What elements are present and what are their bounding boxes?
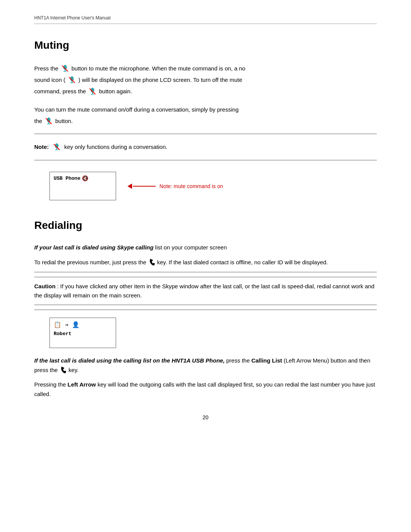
skype-heading-normal: list on your computer screen bbox=[155, 244, 227, 251]
usb-phone-heading: If the last call is dialed using the cal… bbox=[34, 356, 377, 375]
svg-rect-2 bbox=[63, 71, 67, 72]
note-label: Note: bbox=[34, 144, 49, 150]
muting-para3-before: command, press the bbox=[34, 88, 86, 94]
divider-4 bbox=[34, 310, 377, 310]
skype-heading-bold: If your last call is dialed using Skype … bbox=[34, 244, 153, 251]
muting-para4: You can turn the mute command on/off dur… bbox=[34, 104, 377, 127]
mute-button-icon-3 bbox=[44, 116, 54, 126]
muting-title: Muting bbox=[34, 39, 377, 51]
svg-rect-5 bbox=[72, 81, 72, 82]
redialing-skype-heading: If your last call is dialed using Skype … bbox=[34, 243, 377, 252]
mute-button-icon-2 bbox=[88, 86, 97, 96]
muting-para2-after: ) will be displayed on the phone LCD scr… bbox=[78, 77, 242, 83]
muting-para1-after: button to mute the microphone. When the … bbox=[72, 65, 245, 72]
phone-key-icon bbox=[148, 259, 156, 266]
caution-box: Caution : If you have clicked any other … bbox=[34, 277, 377, 305]
usb-heading-bold: If the last call is dialed using the cal… bbox=[34, 357, 225, 364]
muting-para3-after: button again. bbox=[99, 88, 132, 94]
svg-rect-13 bbox=[48, 122, 49, 123]
svg-rect-1 bbox=[64, 69, 65, 71]
arrow-line bbox=[127, 184, 156, 189]
arrow-head bbox=[127, 184, 132, 189]
svg-rect-18 bbox=[55, 150, 58, 150]
svg-rect-6 bbox=[70, 83, 74, 83]
left-arrow-bold: Left Arrow bbox=[68, 381, 96, 388]
lcd-container: USB Phone 🔇 Note: mute command is on bbox=[49, 172, 377, 200]
person-icon: 👤 bbox=[72, 321, 80, 329]
calendar-icon: 📋 bbox=[54, 321, 61, 329]
page-number: 20 bbox=[34, 414, 377, 420]
divider-3 bbox=[34, 272, 377, 272]
arrow-annotation: Note: mute command is on bbox=[127, 183, 223, 189]
svg-rect-14 bbox=[47, 124, 51, 125]
forward-arrow-icon: ⇒ bbox=[65, 321, 68, 328]
caution-text: : If you have clicked any other item in … bbox=[34, 283, 374, 299]
lcd-mute-symbol: 🔇 bbox=[82, 175, 88, 182]
divider-2 bbox=[34, 160, 377, 160]
muting-para1-before: Press the bbox=[34, 65, 58, 72]
note-mute-icon bbox=[52, 142, 62, 152]
calling-list-bold: Calling List bbox=[251, 357, 282, 364]
mute-button-icon bbox=[60, 64, 70, 73]
svg-rect-17 bbox=[56, 148, 57, 149]
robert-icons: 📋 ⇒ 👤 bbox=[54, 321, 112, 329]
svg-rect-9 bbox=[92, 92, 93, 94]
left-arrow-para: Pressing the Left Arrow key will load th… bbox=[34, 380, 377, 399]
header-text: HNT1A Internet Phone User's Manual bbox=[34, 15, 110, 21]
robert-lcd: 📋 ⇒ 👤 Robert bbox=[49, 318, 116, 348]
svg-rect-10 bbox=[91, 94, 94, 95]
arrow-note-text: Note: mute command is on bbox=[159, 183, 223, 189]
arrow-shaft bbox=[133, 186, 156, 187]
muting-sound-icon-label: sound icon ( bbox=[34, 77, 65, 83]
redialing-para1: To redial the previous number, just pres… bbox=[34, 257, 377, 267]
phone-key-icon-2 bbox=[59, 366, 67, 374]
page: HNT1A Internet Phone User's Manual Mutin… bbox=[0, 0, 411, 532]
robert-name: Robert bbox=[54, 331, 112, 337]
redialing-title: Redialing bbox=[34, 219, 377, 232]
sound-icon bbox=[67, 75, 77, 85]
note-text: key only functions during a conversation… bbox=[64, 144, 167, 150]
divider-1 bbox=[34, 134, 377, 134]
muting-para1: Press the button to mute the microphone.… bbox=[34, 63, 377, 97]
redialing-section: Redialing If your last call is dialed us… bbox=[34, 219, 377, 399]
caution-label: Caution bbox=[34, 283, 56, 289]
muting-note: Note: key only functions during a conver… bbox=[34, 138, 377, 156]
page-header: HNT1A Internet Phone User's Manual bbox=[34, 15, 377, 24]
lcd-screen: USB Phone 🔇 bbox=[49, 172, 116, 200]
lcd-usb-phone-text: USB Phone bbox=[54, 176, 80, 181]
